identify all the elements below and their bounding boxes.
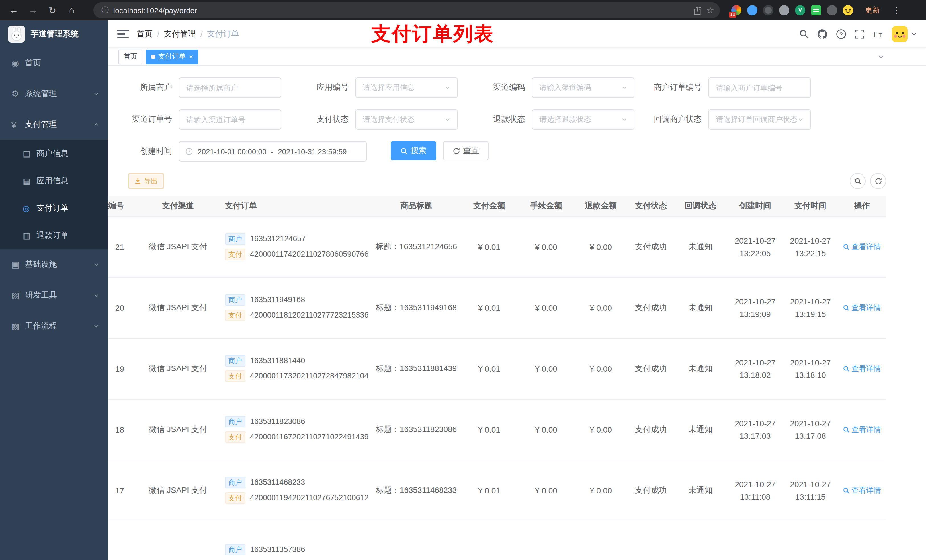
sidebar-item-label: 首页 bbox=[25, 58, 99, 68]
merchant-order-no-input[interactable] bbox=[708, 77, 811, 98]
browser-extensions-area: 10 V 更新 ⋮ bbox=[731, 3, 901, 18]
svg-text:?: ? bbox=[840, 31, 843, 37]
app-grid-icon: ▦ bbox=[23, 177, 36, 186]
tags-overflow-caret-icon[interactable] bbox=[878, 54, 884, 59]
merchant-tag: 商户 bbox=[225, 355, 245, 367]
site-info-icon[interactable]: ⓘ bbox=[101, 5, 109, 15]
browser-home-icon[interactable]: ⌂ bbox=[64, 2, 80, 18]
cell-amount: ¥ 0.01 bbox=[460, 399, 519, 460]
merchant-filter-input[interactable] bbox=[179, 77, 281, 98]
extension-grey-icon[interactable] bbox=[763, 5, 773, 15]
refresh-icon[interactable] bbox=[870, 173, 886, 189]
browser-forward-icon[interactable]: → bbox=[25, 2, 41, 18]
view-detail-link[interactable]: 查看详情 bbox=[843, 302, 881, 313]
view-detail-link[interactable]: 查看详情 bbox=[843, 363, 881, 374]
create-time-range-picker[interactable]: 2021-10-01 00:00:00 - 2021-10-31 23:59:5… bbox=[179, 141, 367, 162]
channel-order-no: 4200001167202110271022491439 bbox=[250, 431, 368, 443]
browser-update-button[interactable]: 更新 bbox=[859, 3, 886, 18]
sidebar-item-workflow[interactable]: ▩ 工作流程 bbox=[0, 311, 108, 341]
filter-form: 所属商户 应用编号 请选择应用信息 渠道编码 bbox=[120, 77, 926, 162]
breadcrumb-payment[interactable]: 支付管理 bbox=[164, 29, 196, 39]
search-button[interactable]: 搜索 bbox=[391, 141, 436, 160]
extension-grey2-icon[interactable] bbox=[779, 5, 789, 15]
sidebar-item-payment[interactable]: ¥ 支付管理 bbox=[0, 109, 108, 140]
channel-code-filter-select[interactable]: 请输入渠道编码 bbox=[532, 77, 634, 98]
bookmark-star-icon[interactable]: ☆ bbox=[707, 5, 714, 15]
cell-pay-order: 商户1635311468233 支付4200001194202110276752… bbox=[219, 460, 373, 521]
cell-title bbox=[373, 521, 460, 560]
breadcrumb-current: 支付订单 bbox=[207, 29, 239, 39]
col-pay-order: 支付订单 bbox=[219, 196, 373, 216]
tab-pay-order[interactable]: 支付订单 × bbox=[146, 49, 198, 64]
help-icon[interactable]: ? bbox=[836, 29, 846, 39]
sidebar-item-label: 基础设施 bbox=[25, 260, 94, 270]
extension-drop-icon[interactable] bbox=[747, 5, 757, 15]
toggle-search-icon[interactable] bbox=[850, 173, 865, 189]
sidebar-item-infrastructure[interactable]: ▣ 基础设施 bbox=[0, 249, 108, 280]
cell-id: 18 bbox=[108, 399, 137, 460]
sidebar-item-system[interactable]: ⚙ 系统管理 bbox=[0, 78, 108, 109]
cell-amount: ¥ 0.01 bbox=[460, 460, 519, 521]
view-detail-link[interactable]: 查看详情 bbox=[843, 485, 881, 495]
cell-action bbox=[838, 521, 886, 560]
cell-pay-channel: 微信 JSAPI 支付 bbox=[137, 277, 219, 338]
cell-pay-channel: 微信 JSAPI 支付 bbox=[137, 216, 219, 277]
reset-button-label: 重置 bbox=[463, 146, 479, 156]
cell-pay-time: 2021-10-2713:11:15 bbox=[783, 460, 838, 521]
extensions-puzzle-icon[interactable] bbox=[827, 5, 837, 15]
font-size-icon[interactable]: TT bbox=[873, 29, 883, 38]
sidebar-item-label: 支付订单 bbox=[36, 203, 99, 213]
chevron-down-icon bbox=[94, 91, 99, 97]
user-avatar[interactable] bbox=[892, 26, 917, 42]
export-button[interactable]: 导出 bbox=[128, 173, 164, 189]
extension-badge: 10 bbox=[729, 12, 736, 18]
close-icon[interactable]: × bbox=[189, 53, 193, 60]
browser-menu-icon[interactable]: ⋮ bbox=[892, 5, 901, 15]
create-time-filter-label: 创建时间 bbox=[120, 146, 179, 157]
profile-avatar-icon[interactable] bbox=[843, 5, 853, 15]
col-amount: 支付金额 bbox=[460, 196, 519, 216]
extension-v-icon[interactable]: V bbox=[795, 5, 805, 15]
pay-status-filter-label: 支付状态 bbox=[296, 115, 356, 125]
pay-status-filter-select[interactable]: 请选择支付状态 bbox=[356, 109, 458, 130]
address-bar[interactable]: ⓘ localhost:1024/pay/order ☆ bbox=[94, 2, 720, 18]
paid-date: 2021-10-27 bbox=[783, 234, 838, 247]
sidebar-item-home[interactable]: ◉ 首页 bbox=[0, 48, 108, 78]
cell-pay-status: 支付成功 bbox=[628, 216, 674, 277]
col-fee: 手续金额 bbox=[519, 196, 573, 216]
annotation-title: 支付订单列表 bbox=[371, 21, 494, 47]
merchant-tag: 商户 bbox=[225, 477, 245, 488]
merchant-tag: 商户 bbox=[225, 544, 245, 555]
refund-status-filter-select[interactable]: 请选择退款状态 bbox=[532, 109, 634, 130]
fullscreen-icon[interactable] bbox=[855, 29, 864, 38]
sidebar-item-dev-tools[interactable]: ▨ 研发工具 bbox=[0, 280, 108, 311]
table-row: 21 微信 JSAPI 支付 商户1635312124657 支付4200001… bbox=[108, 216, 886, 277]
reset-button[interactable]: 重置 bbox=[443, 141, 489, 160]
gear-icon: ⚙ bbox=[11, 89, 25, 99]
browser-reload-icon[interactable]: ↻ bbox=[44, 2, 61, 18]
orders-table-container[interactable]: 编号 支付渠道 支付订单 商品标题 支付金额 手续金额 退款金额 支付状态 回调… bbox=[108, 196, 926, 560]
view-detail-link[interactable]: 查看详情 bbox=[843, 424, 881, 435]
channel-order-no-input[interactable] bbox=[179, 109, 281, 130]
search-icon[interactable] bbox=[799, 29, 809, 39]
created-date: 2021-10-27 bbox=[727, 417, 783, 429]
extension-colorful-icon[interactable]: 10 bbox=[731, 5, 741, 15]
sidebar-item-merchant-info[interactable]: ▤ 商户信息 bbox=[0, 140, 108, 167]
share-icon[interactable] bbox=[693, 6, 701, 15]
cell-fee bbox=[519, 521, 573, 560]
sidebar-item-pay-order[interactable]: ◎ 支付订单 bbox=[0, 195, 108, 222]
date-start-value: 2021-10-01 00:00:00 bbox=[198, 147, 266, 155]
breadcrumb-home[interactable]: 首页 bbox=[137, 29, 153, 39]
hamburger-icon[interactable] bbox=[117, 30, 129, 38]
tab-home[interactable]: 首页 bbox=[118, 49, 142, 64]
view-detail-link[interactable]: 查看详情 bbox=[843, 242, 881, 252]
sidebar-item-refund-order[interactable]: ▥ 退款订单 bbox=[0, 222, 108, 249]
app-filter-select[interactable]: 请选择应用信息 bbox=[356, 77, 458, 98]
github-icon[interactable] bbox=[817, 29, 828, 39]
callback-status-filter-select[interactable]: 请选择订单回调商户状态 bbox=[708, 109, 811, 130]
browser-back-icon[interactable]: ← bbox=[6, 2, 22, 18]
sidebar-item-app-info[interactable]: ▦ 应用信息 bbox=[0, 167, 108, 195]
extension-chat-icon[interactable] bbox=[811, 5, 821, 15]
col-pay-status: 支付状态 bbox=[628, 196, 674, 216]
created-time: 13:17:03 bbox=[727, 429, 783, 442]
